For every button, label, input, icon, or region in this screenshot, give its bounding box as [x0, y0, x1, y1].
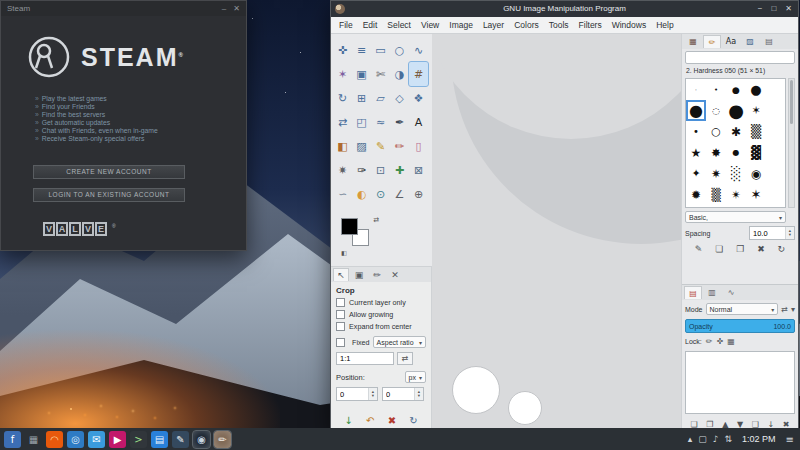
- tool-perspective[interactable]: ◇: [390, 86, 409, 110]
- position-x-stepper[interactable]: ▴▾: [336, 387, 378, 401]
- brush-item[interactable]: •: [706, 79, 726, 100]
- taskbar-text-editor[interactable]: ✎: [172, 431, 189, 448]
- gimp-titlebar[interactable]: GNU Image Manipulation Program − □ ✕: [331, 1, 798, 17]
- brush-item[interactable]: ▓: [746, 142, 766, 163]
- fixed-checkbox[interactable]: [336, 338, 345, 347]
- brush-item[interactable]: ▒: [746, 121, 766, 142]
- reset-colors-icon[interactable]: ◧: [341, 249, 347, 256]
- stepper-arrows[interactable]: ▴▾: [414, 388, 423, 400]
- color-swatches[interactable]: ⇄ ◧: [341, 218, 381, 254]
- opacity-slider[interactable]: Opacity 100.0: [685, 319, 795, 333]
- tool-ink[interactable]: ✑: [352, 158, 371, 182]
- tool-rectangle-select[interactable]: ▭: [371, 38, 390, 62]
- position-y-input[interactable]: [383, 388, 414, 400]
- tool-dodge-burn[interactable]: ◐: [352, 182, 371, 206]
- brush-item[interactable]: ✴: [726, 184, 746, 205]
- tool-paths[interactable]: ✒: [390, 110, 409, 134]
- tool-warp-transform[interactable]: ≈: [371, 110, 390, 134]
- edit-brush[interactable]: ✎: [695, 244, 703, 254]
- brush-item[interactable]: ●: [726, 79, 746, 100]
- brush-tag-dropdown[interactable]: Basic, ▾: [685, 211, 786, 223]
- checkbox[interactable]: [336, 310, 345, 319]
- orientation-toggle-icon[interactable]: ⇄: [397, 352, 413, 365]
- patterns-tab[interactable]: ▦: [684, 35, 702, 48]
- spacing-input[interactable]: [750, 227, 785, 239]
- taskbar-app-launcher[interactable]: f: [4, 431, 21, 448]
- tool-eraser[interactable]: ▯: [409, 134, 428, 158]
- tool-shear[interactable]: ▱: [371, 86, 390, 110]
- delete-options[interactable]: ✖: [388, 415, 396, 426]
- document-history-tab[interactable]: ▤: [760, 35, 778, 48]
- tool-bucket-fill[interactable]: ◧: [333, 134, 352, 158]
- menu-item[interactable]: Tools: [544, 20, 574, 30]
- tool-crop[interactable]: #: [409, 62, 428, 86]
- menu-item[interactable]: Filters: [574, 20, 607, 30]
- menu-item[interactable]: Help: [651, 20, 678, 30]
- channels-tab[interactable]: ▥: [703, 286, 721, 299]
- taskbar-email[interactable]: ✉: [88, 431, 105, 448]
- lock-pixels[interactable]: ✏: [706, 337, 713, 346]
- device-status-tab[interactable]: ▣: [351, 268, 367, 281]
- lock-alpha[interactable]: ▦: [727, 337, 735, 346]
- brush-item[interactable]: ✶: [746, 100, 766, 121]
- tool-clone[interactable]: ⊡: [371, 158, 390, 182]
- delete-brush[interactable]: ✖: [757, 244, 765, 254]
- aspect-ratio-dropdown[interactable]: Aspect ratio ▾: [373, 336, 426, 348]
- scrollbar-thumb[interactable]: [790, 80, 793, 124]
- brushes-tab[interactable]: ✏: [703, 35, 721, 48]
- menu-item[interactable]: Edit: [358, 20, 383, 30]
- brush-item[interactable]: ◌: [706, 100, 726, 121]
- brush-item[interactable]: ★: [686, 142, 706, 163]
- restore-options[interactable]: ↶: [366, 415, 374, 426]
- tool-flip[interactable]: ⇄: [333, 110, 352, 134]
- menu-item[interactable]: Layer: [478, 20, 509, 30]
- tool-move[interactable]: ✜: [333, 38, 352, 62]
- brush-item[interactable]: •: [686, 121, 706, 142]
- brush-item[interactable]: ✦: [686, 163, 706, 184]
- brush-item[interactable]: ✻: [706, 205, 726, 208]
- layer-list[interactable]: [685, 351, 795, 414]
- tool-color-picker[interactable]: ⊙: [371, 182, 390, 206]
- tool-scale[interactable]: ⊞: [352, 86, 371, 110]
- mode-switch-button[interactable]: ⇄: [781, 305, 788, 314]
- brush-item[interactable]: ◉: [746, 163, 766, 184]
- lock-position[interactable]: ✜: [716, 337, 723, 346]
- tool-airbrush[interactable]: ✷: [333, 158, 352, 182]
- brush-item[interactable]: ▒: [706, 184, 726, 205]
- new-brush[interactable]: ❏: [715, 244, 723, 254]
- menu-item[interactable]: Colors: [509, 20, 544, 30]
- brush-tab[interactable]: ✏: [369, 268, 385, 281]
- taskbar-gimp[interactable]: ✏: [214, 431, 231, 448]
- brush-item[interactable]: ✹: [686, 184, 706, 205]
- login-button[interactable]: LOGIN TO AN EXISTING ACCOUNT: [33, 188, 185, 202]
- tool-text[interactable]: A: [409, 110, 428, 134]
- brush-item[interactable]: ✱: [726, 121, 746, 142]
- menu-item[interactable]: Image: [444, 20, 478, 30]
- tool-unified-transform[interactable]: ❖: [409, 86, 428, 110]
- menu-item[interactable]: File: [334, 20, 358, 30]
- create-account-button[interactable]: CREATE NEW ACCOUNT: [33, 165, 185, 179]
- steam-close-button[interactable]: ✕: [233, 4, 240, 13]
- brush-item[interactable]: ░: [726, 205, 746, 208]
- tool-rotate[interactable]: ↻: [333, 86, 352, 110]
- foreground-color-swatch[interactable]: [341, 218, 358, 235]
- layers-tab[interactable]: ▤: [684, 286, 702, 299]
- brush-item[interactable]: ●: [686, 100, 706, 121]
- taskbar-web-browser[interactable]: ◎: [67, 431, 84, 448]
- mode-menu-button[interactable]: ▾: [791, 305, 795, 314]
- tool-fuzzy-select[interactable]: ✶: [333, 62, 352, 86]
- save-options[interactable]: ↓: [344, 415, 352, 426]
- gradients-tab[interactable]: ▨: [741, 35, 759, 48]
- menu-item[interactable]: View: [416, 20, 444, 30]
- tool-perspective-clone[interactable]: ⊠: [409, 158, 428, 182]
- tool-scissors[interactable]: ✄: [371, 62, 390, 86]
- duplicate-brush[interactable]: ❐: [736, 244, 744, 254]
- gimp-minimize-button[interactable]: −: [758, 1, 763, 17]
- brush-item[interactable]: ●: [726, 100, 746, 121]
- position-x-input[interactable]: [337, 388, 368, 400]
- taskbar-firefox[interactable]: ◠: [46, 431, 63, 448]
- clock[interactable]: 1:02 PM: [742, 434, 776, 444]
- spacing-stepper[interactable]: ▴▾: [749, 226, 795, 240]
- stepper-arrows[interactable]: ▴▾: [785, 227, 794, 239]
- tool-measure[interactable]: ∠: [390, 182, 409, 206]
